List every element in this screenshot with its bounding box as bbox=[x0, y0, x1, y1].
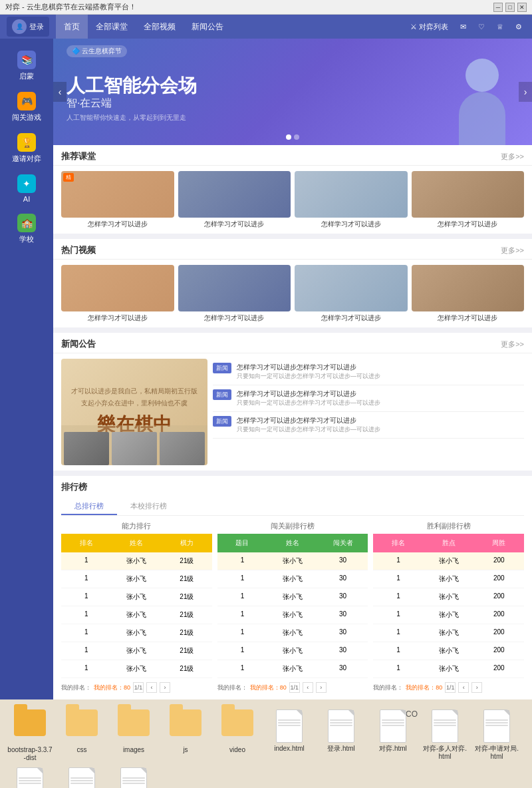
file-index[interactable]: index.html bbox=[266, 709, 313, 762]
folder-images[interactable]: images bbox=[110, 709, 157, 762]
folder-css[interactable]: css bbox=[59, 709, 105, 762]
banner-prev[interactable]: ‹ bbox=[53, 82, 66, 102]
spacer-3 bbox=[53, 471, 532, 473]
game-icon: 🎮 bbox=[17, 92, 36, 110]
ability-footer: 我的排名： 我的排名：80 1/1 ‹ › bbox=[61, 681, 212, 694]
sidebar-item-invite[interactable]: 🏆 邀请对弈 bbox=[0, 128, 53, 169]
sidebar-item-school[interactable]: 🏫 学校 bbox=[0, 208, 53, 250]
sidebar-item-game[interactable]: 🎮 闯关游戏 bbox=[0, 87, 53, 128]
file-login[interactable]: 登录.html bbox=[318, 709, 364, 762]
news-more[interactable]: 更多>> bbox=[501, 339, 524, 349]
ability-row-1: 1 张小飞 21级 bbox=[61, 552, 212, 570]
file-match-share-icon bbox=[120, 767, 147, 788]
fav-button[interactable]: ♡ bbox=[475, 21, 488, 33]
school-icon: 🏫 bbox=[17, 214, 36, 232]
recommended-title: 推荐课堂 bbox=[61, 150, 96, 162]
settings-button[interactable]: ⚙ bbox=[512, 21, 525, 33]
minimize-button[interactable]: ─ bbox=[493, 3, 503, 12]
banner-dot-1[interactable] bbox=[286, 134, 291, 140]
video-card-3[interactable]: 怎样学习才可以进步 bbox=[295, 265, 408, 322]
news-item-1[interactable]: 新闻 怎样学习才可以进步怎样学习才可以进步 只要知向一定可以进步怎样学习才可以进… bbox=[213, 359, 524, 385]
course-thumb-1: 精 bbox=[61, 171, 174, 218]
file-apply-match[interactable]: 对弈-申请对局.html bbox=[473, 709, 520, 762]
nav-logo[interactable]: 👤 登录 bbox=[7, 17, 49, 37]
nav-right: ⚔ 对弈列表 ✉ ♡ ♕ ⚙ bbox=[407, 21, 525, 33]
news-item-2[interactable]: 新闻 怎样学习才可以进步怎样学习才可以进步 只要知向一定可以进步怎样学习才可以进… bbox=[213, 385, 524, 412]
banner-dots bbox=[286, 134, 299, 140]
course-thumb-4 bbox=[412, 171, 525, 218]
banner-next[interactable]: › bbox=[519, 82, 532, 102]
mail-button[interactable]: ✉ bbox=[457, 21, 469, 33]
sidebar: 📚 启蒙 🎮 闯关游戏 🏆 邀请对弈 ✦ AI 🏫 学校 bbox=[0, 39, 53, 699]
nav-videos[interactable]: 全部视频 bbox=[136, 15, 184, 39]
breakthrough-header: 题目 姓名 闯关者 bbox=[217, 534, 368, 552]
file-match-detail[interactable]: 对弈-详情.html bbox=[7, 767, 53, 788]
folder-video-label: video bbox=[229, 746, 245, 754]
bt-row-2: 1 张小飞 30 bbox=[217, 570, 368, 588]
file-match-share[interactable]: 对弈-详情-分享.html bbox=[110, 767, 157, 788]
sidebar-ai-label: AI bbox=[23, 195, 30, 203]
ability-prev-btn[interactable]: ‹ bbox=[146, 682, 157, 693]
news-item-3[interactable]: 新闻 怎样学习才可以进步怎样学习才可以进步 只要知向一定可以进步怎样学习才可以进… bbox=[213, 412, 524, 439]
video-card-1[interactable]: 怎样学习才可以进步 bbox=[61, 265, 174, 322]
ability-row-2: 1 张小飞 21级 bbox=[61, 570, 212, 588]
file-multi-match-icon bbox=[432, 709, 458, 743]
maximize-button[interactable]: □ bbox=[505, 3, 515, 12]
close-button[interactable]: ✕ bbox=[517, 3, 527, 12]
tab-total-ranking[interactable]: 总排行榜 bbox=[61, 498, 117, 515]
ability-next-btn[interactable]: › bbox=[160, 682, 170, 693]
enlighten-icon: 📚 bbox=[17, 51, 36, 69]
file-multi-match[interactable]: 对弈-多人对弈.html bbox=[422, 709, 468, 762]
victory-header: 排名 胜点 周胜 bbox=[373, 534, 524, 552]
sidebar-item-ai[interactable]: ✦ AI bbox=[0, 169, 53, 208]
match-icon: ⚔ bbox=[410, 23, 417, 31]
banner-subtitle: 智·在云端 bbox=[66, 97, 197, 110]
v-prev-btn[interactable]: ‹ bbox=[458, 682, 469, 693]
banner-dot-2[interactable] bbox=[294, 134, 299, 140]
content-area: 🔷 云生息棋弈节 人工智能分会场 智·在云端 人工智能帮你快速走，从零起到到无里… bbox=[53, 39, 532, 699]
course-card-4[interactable]: 怎样学习才可以进步 bbox=[412, 171, 525, 228]
video-card-2[interactable]: 怎样学习才可以进步 bbox=[178, 265, 291, 322]
news-thumb-s1 bbox=[64, 432, 109, 465]
recommended-more[interactable]: 更多>> bbox=[501, 152, 524, 162]
victory-ranking: 胜利副排行榜 排名 胜点 周胜 1 张小飞 200 1 张小飞 200 bbox=[373, 521, 524, 694]
crown-button[interactable]: ♕ bbox=[493, 21, 507, 33]
nav-news[interactable]: 新闻公告 bbox=[184, 15, 231, 39]
nav-home[interactable]: 首页 bbox=[56, 15, 88, 39]
folder-bootstrap[interactable]: bootstrap-3.3.7-dist bbox=[7, 709, 53, 762]
nav-bar: 👤 登录 首页 全部课堂 全部视频 新闻公告 ⚔ 对弈列表 ✉ ♡ ♕ ⚙ bbox=[0, 15, 532, 39]
news-section: 新闻公告 更多>> 才可以以进步是我自己，私精局期初五行版 支起小弃众在进中，里… bbox=[53, 333, 532, 471]
file-match-research[interactable]: 对弈-详情-对局研究-形势判断.html bbox=[59, 767, 105, 788]
folder-js-icon bbox=[170, 709, 201, 744]
news-text-1: 怎样学习才可以进步怎样学习才可以进步 只要知向一定可以进步怎样学习才可以进步—可… bbox=[237, 363, 380, 381]
course-card-1[interactable]: 精 怎样学习才可以进步 bbox=[61, 171, 174, 228]
folder-js[interactable]: js bbox=[162, 709, 209, 762]
sidebar-item-enlighten[interactable]: 📚 启蒙 bbox=[0, 45, 53, 87]
news-tag-3: 新闻 bbox=[213, 416, 231, 427]
tab-school-ranking[interactable]: 本校排行榜 bbox=[117, 498, 180, 515]
v-footer: 我的排名： 我的排名：80 1/1 ‹ › bbox=[373, 681, 524, 694]
file-match-research-icon bbox=[68, 767, 95, 788]
news-banner-text2: 支起小弃众在进中，里利钟仙也不虞 bbox=[81, 399, 188, 408]
ability-col-name: 姓名 bbox=[112, 536, 162, 550]
folder-video[interactable]: video bbox=[214, 709, 261, 762]
video-label-4: 怎样学习才可以进步 bbox=[412, 313, 525, 322]
video-card-4[interactable]: 怎样学习才可以进步 bbox=[412, 265, 525, 322]
course-card-3[interactable]: 怎样学习才可以进步 bbox=[295, 171, 408, 228]
recommended-grid: 精 怎样学习才可以进步 怎样学习才可以进步 怎样学习才可以进步 怎样学习才可以进… bbox=[53, 166, 532, 234]
nav-courses[interactable]: 全部课堂 bbox=[88, 15, 136, 39]
v-next-btn[interactable]: › bbox=[471, 682, 482, 693]
bt-prev-btn[interactable]: ‹ bbox=[303, 682, 313, 693]
user-avatar: 👤 bbox=[12, 19, 27, 34]
news-layout: 才可以以进步是我自己，私精局期初五行版 支起小弃众在进中，里利钟仙也不虞 樂在棋… bbox=[53, 353, 532, 471]
file-apply-match-icon bbox=[483, 709, 510, 743]
video-thumb-2 bbox=[178, 265, 291, 311]
match-list-button[interactable]: ⚔ 对弈列表 bbox=[407, 21, 452, 33]
videos-more[interactable]: 更多>> bbox=[501, 246, 524, 256]
file-login-label: 登录.html bbox=[327, 745, 355, 753]
bt-next-btn[interactable]: › bbox=[316, 682, 327, 693]
news-tag-2: 新闻 bbox=[213, 389, 231, 400]
course-card-2[interactable]: 怎样学习才可以进步 bbox=[178, 171, 291, 228]
bt-row-7: 1 张小飞 30 bbox=[217, 660, 368, 678]
v-row-1: 1 张小飞 200 bbox=[373, 552, 524, 570]
